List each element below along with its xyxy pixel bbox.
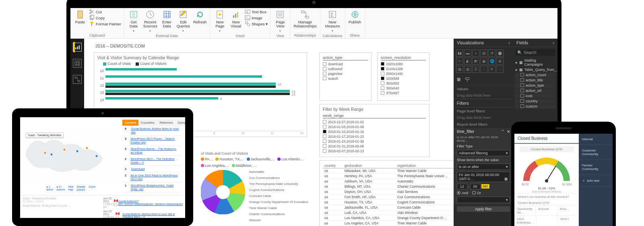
map-legend-item[interactable]: Zoom xyxy=(89,185,95,191)
slicer-item[interactable]: 360x592 xyxy=(381,81,426,86)
table-row[interactable]: usHershey, PA, USAThe Pennsylvania State… xyxy=(323,173,454,178)
table-header[interactable]: country xyxy=(323,163,343,168)
visualization-type-button[interactable]: 🌐 xyxy=(488,58,495,65)
fields-search[interactable]: 🔍Search xyxy=(516,50,555,56)
collapse-icon[interactable]: › xyxy=(508,40,510,45)
content-list-item[interactable]: 3WordPress SEO Plugin – Search Engine Op… xyxy=(122,136,183,146)
table-row[interactable]: usAshburn, VA, USAAutomattic2 xyxy=(323,178,454,184)
slicer-item[interactable]: 2016-01-10,2016-01-16 xyxy=(323,129,426,134)
slicer-screen-resolution[interactable]: screen_resolution 1920x10802144x12062560… xyxy=(377,52,429,101)
table-row[interactable]: usLodi, CA, USAAt&t Wireless1 xyxy=(323,210,454,215)
visualization-type-button[interactable]: ▦ xyxy=(480,58,487,65)
slicer-item[interactable]: 360x640 xyxy=(381,86,426,91)
date-input[interactable]: Fri Jan 01 2016 00:00:00 GMT-0… ▦ xyxy=(457,172,510,182)
page-view-button[interactable]: Page View▾ xyxy=(273,9,287,33)
image-button[interactable]: Image xyxy=(245,15,268,21)
visualization-type-button[interactable]: ⋯ xyxy=(496,66,504,73)
content-list-item[interactable]: 2All In One SEO Pack to WordPress SEO Mi… xyxy=(122,172,183,182)
visualization-type-button[interactable]: ▨ xyxy=(464,66,471,73)
condition-select[interactable]: is on or after ▾ xyxy=(457,164,510,170)
slicer-item[interactable]: 2015-12-27,2016-01-02 xyxy=(323,120,426,124)
field-item[interactable]: cost xyxy=(515,93,556,98)
slicer-item[interactable]: 2016-02-07,2016-02-13 xyxy=(323,149,426,153)
side-add-new[interactable]: ＋Add new xyxy=(579,175,613,187)
manage-relationships-button[interactable]: Manage Relationships xyxy=(293,9,317,29)
map-legend-item[interactable]: ● 2+ actions xyxy=(57,185,65,191)
content-list-item[interactable]: 6Social Buttons: Adding them to your sit… xyxy=(122,126,183,136)
visualization-type-button[interactable]: ⋮ xyxy=(480,66,487,73)
activity-row[interactable]: Jun 25 201111:56:12 pm🇨🇦 ◯Social Buttons… xyxy=(103,210,183,218)
table-row[interactable]: usLos Angeles, CA, USATime Warner Cable1 xyxy=(323,220,454,226)
format-painter-button[interactable]: Format Painter xyxy=(89,21,121,27)
slicer-item[interactable]: search xyxy=(323,76,368,81)
tab-referrers[interactable]: Referrers xyxy=(157,120,175,126)
data-view-button[interactable] xyxy=(73,59,82,68)
activity-row[interactable]: Jun 25 201111:56:13 pm🇨🇦 ◯/social-button… xyxy=(103,197,183,208)
slicer-item[interactable]: 1920x1080 xyxy=(381,62,426,66)
slicer-item[interactable]: 2560x1440 xyxy=(381,71,426,76)
side-item-customer[interactable]: Customer Community xyxy=(579,145,613,160)
world-map[interactable]: Yoast - Tweaking Websites ● 1 action● 2+… xyxy=(23,120,119,193)
opportunity-table-row[interactable]: Vend Enterprise…Vend I xyxy=(514,216,579,226)
edit-queries-button[interactable]: Edit Queries▾ xyxy=(176,9,191,33)
shapes-button[interactable]: Shapes▾ xyxy=(245,21,268,27)
slicer-item[interactable]: 2016-01-17,2016-01-23 xyxy=(323,134,426,139)
slicer-item[interactable]: download xyxy=(323,62,368,66)
slicer-item[interactable]: 375x667 xyxy=(381,91,426,95)
field-group[interactable]: ▸ ▦ Mailing Campaigns xyxy=(515,58,556,67)
page-filter-drag-zone[interactable]: Drag data fields here xyxy=(454,114,513,121)
tab-countries[interactable]: Countries xyxy=(138,120,157,126)
field-item[interactable]: custom xyxy=(515,104,556,109)
slicer-action-type[interactable]: action_type downloadoutboundpageviewsear… xyxy=(319,52,372,101)
slicer-item[interactable]: 2016-01-31,2016-02-06 xyxy=(323,144,426,149)
table-row[interactable]: usMilwaukee, WI, USATime Warner Cable2 xyxy=(323,168,454,173)
get-data-button[interactable]: Get Data▾ xyxy=(126,9,141,33)
tab-content[interactable]: Content xyxy=(122,120,138,126)
table-visual[interactable]: countrygeolocationorganizationCount of V… xyxy=(319,160,454,226)
enter-data-button[interactable]: Enter Data xyxy=(160,9,174,29)
bottom-left-item[interactable]: Social Buttons: Adding them to your … xyxy=(23,204,100,207)
visualization-type-button[interactable]: ≡ xyxy=(472,50,479,57)
text-box-button[interactable]: AText Box xyxy=(245,9,268,15)
pie-chart-visual[interactable]: of Visits and Count of Visitors PA…Houst… xyxy=(201,151,318,226)
visualization-type-button[interactable]: ▬ xyxy=(464,50,471,57)
hour-input[interactable]: 12 xyxy=(457,184,467,189)
collapse-icon[interactable]: › xyxy=(553,40,554,45)
field-item[interactable]: action_title xyxy=(515,78,556,83)
slicer-item[interactable]: outbound xyxy=(323,66,368,71)
table-row[interactable]: usBillings, MT, USACharter Communication… xyxy=(323,184,454,189)
and-radio[interactable]: And xyxy=(457,191,468,195)
visualization-type-button[interactable]: ⬭ xyxy=(456,58,463,65)
side-item-partner[interactable]: Partner Community xyxy=(579,160,613,175)
filter-clear-icon[interactable]: ✕ xyxy=(507,129,510,134)
visualization-type-button[interactable]: ◧ xyxy=(464,58,471,65)
gauge-visual[interactable] xyxy=(514,155,579,183)
cut-button[interactable]: Cut xyxy=(89,9,121,15)
new-visual-button[interactable]: New Visual xyxy=(229,9,243,29)
visualization-type-button[interactable]: ▧ xyxy=(456,66,463,73)
visualization-type-button[interactable]: ⊞ xyxy=(496,58,504,65)
field-item[interactable]: country xyxy=(515,99,556,104)
model-view-button[interactable] xyxy=(73,75,82,84)
fields-well-icon[interactable]: ▦ xyxy=(457,77,460,83)
field-group[interactable]: ▸ ▦ Table_Query_from_… xyxy=(515,67,556,72)
refresh-button[interactable]: Refresh xyxy=(192,9,207,25)
slicer-week-range[interactable]: Filter by Week Range week_range 2015-12-… xyxy=(319,104,429,157)
minute-input[interactable]: 00 xyxy=(470,184,481,189)
side-item-internal[interactable]: Internal xyxy=(579,134,613,145)
visualization-type-button[interactable]: ◔ xyxy=(488,50,495,57)
content-list-item[interactable]: 3WordPress theme – The Anatomy, an Infog… xyxy=(122,146,183,156)
apply-filter-button[interactable]: Apply filter xyxy=(457,206,510,212)
publish-button[interactable]: Publish xyxy=(348,9,362,25)
slicer-item[interactable]: 2144x1206 xyxy=(381,66,426,71)
table-row[interactable]: usJacksonville, FL, USAComcast Cable1 xyxy=(323,205,454,210)
content-list-item[interactable]: 2Download xyxy=(122,166,183,172)
map-legend-item[interactable]: ● 1 action xyxy=(46,185,53,191)
visualization-type-button[interactable]: ◩ xyxy=(472,58,479,65)
copy-button[interactable]: Copy xyxy=(89,15,121,21)
slicer-item[interactable]: 320x568 xyxy=(381,76,426,81)
table-row[interactable]: usLos Alamitos, CA, USAOrange County Dep… xyxy=(323,215,454,220)
paste-button[interactable]: Paste xyxy=(73,9,87,25)
report-view-button[interactable] xyxy=(73,43,82,52)
content-list-item[interactable]: 2WordPress SEO – The Definitive Guide – … xyxy=(122,156,183,166)
